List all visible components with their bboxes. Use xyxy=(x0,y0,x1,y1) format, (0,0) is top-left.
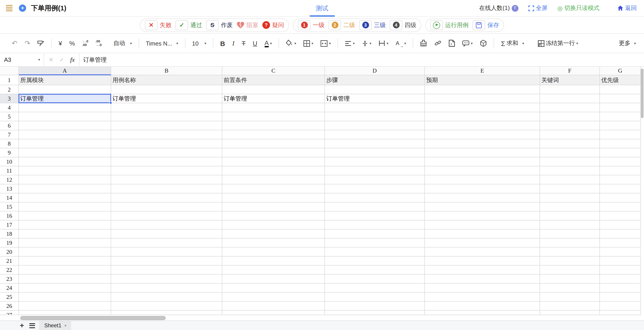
cell-F21[interactable] xyxy=(540,257,600,266)
cell-G12[interactable] xyxy=(600,175,641,184)
export-excel-button[interactable]: x xyxy=(447,38,457,48)
cell-C25[interactable] xyxy=(222,293,325,302)
cell-C20[interactable] xyxy=(222,247,325,257)
cell-E26[interactable] xyxy=(425,302,540,311)
cell-D15[interactable] xyxy=(325,202,425,211)
cell-C21[interactable] xyxy=(222,257,325,266)
cell-B23[interactable] xyxy=(111,275,222,284)
cell-C6[interactable] xyxy=(222,121,325,130)
row-header-22[interactable]: 22 xyxy=(0,266,19,275)
row-header-7[interactable]: 7 xyxy=(0,130,19,139)
cell-D20[interactable] xyxy=(325,247,425,257)
cell-G4[interactable] xyxy=(600,103,641,112)
cell-F16[interactable] xyxy=(540,211,600,220)
cell-D8[interactable] xyxy=(325,139,425,148)
cell-E2[interactable] xyxy=(425,85,540,94)
cell-C17[interactable] xyxy=(222,220,325,229)
cell-B26[interactable] xyxy=(111,302,222,311)
italic-button[interactable]: I xyxy=(230,38,236,49)
cell-E8[interactable] xyxy=(425,139,540,148)
row-header-23[interactable]: 23 xyxy=(0,275,19,284)
format-painter-button[interactable] xyxy=(36,38,46,48)
cell-E16[interactable] xyxy=(425,211,540,220)
cell-G13[interactable] xyxy=(600,184,641,193)
sheet-list-icon[interactable] xyxy=(30,323,35,328)
cell-F15[interactable] xyxy=(540,202,600,211)
row-header-24[interactable]: 24 xyxy=(0,284,19,293)
cell-G9[interactable] xyxy=(600,148,641,157)
horizontal-scrollbar-thumb[interactable] xyxy=(20,316,166,320)
cell-B1[interactable]: 用例名称 xyxy=(111,75,222,85)
cell-G23[interactable] xyxy=(600,275,641,284)
cell-G14[interactable] xyxy=(600,193,641,202)
cell-B21[interactable] xyxy=(111,257,222,266)
cell-D5[interactable] xyxy=(325,112,425,121)
cell-B3[interactable]: 订单管理 xyxy=(111,94,222,103)
cell-A13[interactable] xyxy=(19,184,111,193)
cell-F4[interactable] xyxy=(540,103,600,112)
cell-B11[interactable] xyxy=(111,166,222,175)
cell-F1[interactable]: 关键词 xyxy=(540,75,600,85)
cell-G18[interactable] xyxy=(600,229,641,238)
cell-B13[interactable] xyxy=(111,184,222,193)
cell-F24[interactable] xyxy=(540,284,600,293)
cell-E5[interactable] xyxy=(425,112,540,121)
cell-E4[interactable] xyxy=(425,103,540,112)
cell-A6[interactable] xyxy=(19,121,111,130)
cell-A14[interactable] xyxy=(19,193,111,202)
cell-G7[interactable] xyxy=(600,130,641,139)
cell-B14[interactable] xyxy=(111,193,222,202)
cell-F11[interactable] xyxy=(540,166,600,175)
cell-B8[interactable] xyxy=(111,139,222,148)
cell-G26[interactable] xyxy=(600,302,641,311)
cell-C9[interactable] xyxy=(222,148,325,157)
cell-B4[interactable] xyxy=(111,103,222,112)
cell-E3[interactable] xyxy=(425,94,540,103)
column-header-G[interactable]: G xyxy=(600,67,641,75)
cell-D21[interactable] xyxy=(325,257,425,266)
row-header-25[interactable]: 25 xyxy=(0,293,19,302)
cell-E25[interactable] xyxy=(425,293,540,302)
column-header-C[interactable]: C xyxy=(222,67,325,75)
cell-D22[interactable] xyxy=(325,266,425,275)
cell-A11[interactable] xyxy=(19,166,111,175)
cell-G19[interactable] xyxy=(600,238,641,247)
3d-object-button[interactable] xyxy=(478,38,489,48)
vertical-scrollbar-thumb[interactable] xyxy=(641,69,644,118)
font-size-dropdown[interactable]: 10 ▾ xyxy=(190,39,208,48)
row-header-13[interactable]: 13 xyxy=(0,184,19,193)
row-header-17[interactable]: 17 xyxy=(0,220,19,229)
row-header-16[interactable]: 16 xyxy=(0,211,19,220)
cell-A19[interactable] xyxy=(19,238,111,247)
cell-F26[interactable] xyxy=(540,302,600,311)
cell-E22[interactable] xyxy=(425,266,540,275)
row-header-3[interactable]: 3 xyxy=(0,94,19,103)
cell-E20[interactable] xyxy=(425,247,540,257)
cell-D25[interactable] xyxy=(325,293,425,302)
cell-D7[interactable] xyxy=(325,130,425,139)
cell-A18[interactable] xyxy=(19,229,111,238)
cell-C2[interactable] xyxy=(222,85,325,94)
formula-input[interactable]: 订单管理 xyxy=(80,56,107,64)
cell-C15[interactable] xyxy=(222,202,325,211)
column-header-A[interactable]: A xyxy=(19,67,111,75)
cell-E1[interactable]: 预期 xyxy=(425,75,540,85)
tab-test[interactable]: 测试 xyxy=(316,0,328,17)
priority-4-button[interactable]: 4 四级 xyxy=(390,20,416,30)
cell-D3[interactable]: 订单管理 xyxy=(325,94,425,103)
row-header-19[interactable]: 19 xyxy=(0,238,19,247)
cell-C14[interactable] xyxy=(222,193,325,202)
cell-A3[interactable]: 订单管理 xyxy=(19,94,111,103)
increase-decimal-button[interactable]: .00→.0 xyxy=(94,38,104,48)
row-header-12[interactable]: 12 xyxy=(0,175,19,184)
font-family-dropdown[interactable]: Times N... ▾ xyxy=(144,39,180,48)
cell-G17[interactable] xyxy=(600,220,641,229)
comment-dropdown[interactable]: ▾ xyxy=(460,39,474,48)
cell-B20[interactable] xyxy=(111,247,222,257)
priority-1-button[interactable]: 1 一级 xyxy=(298,20,324,30)
cell-G2[interactable] xyxy=(600,85,641,94)
status-fail-button[interactable]: ✕ 失败 xyxy=(145,20,172,30)
cell-C13[interactable] xyxy=(222,184,325,193)
strikethrough-button[interactable]: T xyxy=(240,38,247,48)
cell-E13[interactable] xyxy=(425,184,540,193)
